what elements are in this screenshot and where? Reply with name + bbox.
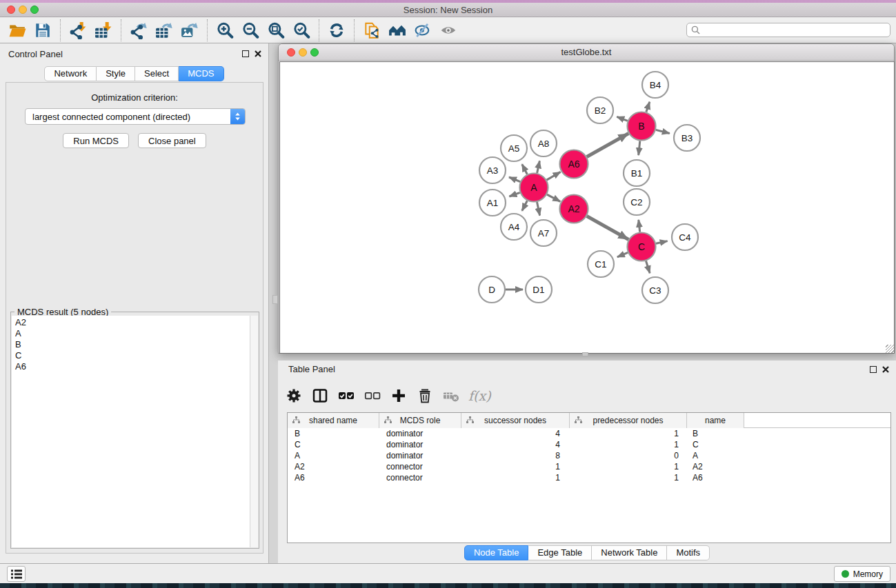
refresh-network-button[interactable] (327, 21, 346, 40)
window-resize-grip[interactable] (886, 345, 894, 353)
float-panel-icon[interactable] (242, 50, 249, 57)
table-cell[interactable]: 1 (461, 461, 570, 472)
graph-node-A4[interactable]: A4 (501, 214, 527, 240)
graph-node-A7[interactable]: A7 (530, 220, 557, 246)
export-table-button[interactable] (155, 21, 174, 40)
function-builder-icon[interactable]: f(x) (468, 388, 491, 403)
edge-C-C1[interactable] (617, 252, 628, 257)
tab-motifs[interactable]: Motifs (667, 545, 710, 560)
table-cell[interactable]: 4 (461, 439, 570, 450)
close-window-button[interactable] (7, 6, 15, 14)
table-cell[interactable]: B (687, 428, 744, 439)
table-row[interactable]: Cdominator41C (288, 439, 890, 450)
mcds-result-item[interactable]: A6 (12, 361, 250, 372)
mcds-result-item[interactable]: A (12, 328, 250, 339)
edge-B-B1[interactable] (639, 141, 640, 155)
edge-A-A5[interactable] (522, 164, 528, 174)
table-row[interactable]: A6connector11A6 (288, 472, 890, 483)
column-header-successor-nodes[interactable]: successor nodes (461, 413, 570, 428)
close-table-panel-icon[interactable] (882, 366, 889, 373)
close-panel-button[interactable]: Close panel (138, 133, 206, 148)
table-cell[interactable]: dominator (379, 450, 461, 461)
graph-node-C1[interactable]: C1 (588, 251, 614, 277)
table-cell[interactable]: 4 (461, 428, 570, 439)
graph-node-A5[interactable]: A5 (501, 135, 527, 161)
minimize-window-button[interactable] (19, 6, 27, 14)
run-mcds-button[interactable]: Run MCDS (63, 133, 129, 148)
table-cell[interactable]: A6 (687, 472, 744, 483)
table-cell[interactable]: connector (379, 472, 461, 483)
export-network-button[interactable] (129, 21, 148, 40)
graph-node-A2[interactable]: A2 (560, 195, 588, 223)
table-cell[interactable]: A2 (687, 461, 744, 472)
graph-node-A3[interactable]: A3 (479, 157, 506, 183)
task-history-button[interactable] (7, 566, 26, 582)
table-cell[interactable]: A6 (288, 472, 379, 483)
table-cell[interactable]: B (288, 428, 379, 439)
table-cell[interactable]: dominator (379, 428, 461, 439)
table-cell[interactable]: A (687, 450, 744, 461)
edge-C-C4[interactable] (656, 241, 668, 244)
table-cell[interactable]: C (288, 439, 379, 450)
edge-C-C2[interactable] (639, 220, 640, 232)
import-table-button[interactable] (94, 21, 113, 40)
show-all-button[interactable] (439, 21, 458, 40)
result-scrollbar[interactable] (250, 316, 258, 547)
network-canvas[interactable]: A A1 A3 A5 A8 A4 A7 A6 A2 B B1 B2 B3 B4 … (279, 61, 895, 354)
canvas-scrollbar-nub[interactable] (582, 352, 588, 356)
mcds-result-item[interactable]: A2 (12, 317, 250, 328)
zoom-selected-button[interactable] (292, 21, 311, 40)
column-header-predecessor-nodes[interactable]: predecessor nodes (570, 413, 687, 428)
graph-node-C[interactable]: C (628, 233, 656, 261)
edge-A-A4[interactable] (522, 201, 528, 211)
column-header-MCDS-role[interactable]: MCDS role (379, 413, 461, 428)
clone-network-button[interactable] (362, 21, 381, 40)
first-neighbors-button[interactable] (388, 21, 407, 40)
graph-node-B1[interactable]: B1 (624, 160, 650, 186)
edge-A-A2[interactable] (547, 194, 560, 201)
table-options-button[interactable] (285, 387, 303, 405)
edge-B-B4[interactable] (646, 102, 650, 112)
graph-node-B3[interactable]: B3 (674, 125, 700, 151)
tab-network-table[interactable]: Network Table (592, 545, 667, 560)
zoom-fit-button[interactable] (266, 21, 286, 40)
edge-A2-C[interactable] (587, 216, 629, 240)
zoom-in-button[interactable] (215, 21, 235, 40)
edge-A-A8[interactable] (537, 161, 540, 173)
edge-A-A6[interactable] (547, 172, 561, 180)
edge-B-B3[interactable] (656, 130, 670, 133)
select-all-rows-button[interactable] (337, 387, 355, 405)
tab-network[interactable]: Network (44, 66, 97, 81)
memory-button[interactable]: Memory (834, 566, 890, 582)
table-row[interactable]: Bdominator41B (288, 428, 890, 439)
graph-node-A[interactable]: A (520, 174, 548, 202)
table-cell[interactable]: 1 (570, 472, 687, 483)
tab-select[interactable]: Select (135, 66, 179, 81)
tab-mcds[interactable]: MCDS (179, 66, 223, 81)
network-minimize-button[interactable] (299, 48, 307, 57)
table-row[interactable]: Adominator80A (288, 450, 890, 461)
network-window-titlebar[interactable]: testGlobe.txt (279, 44, 894, 61)
delete-table-button[interactable] (442, 387, 460, 405)
edge-C-C3[interactable] (646, 261, 650, 274)
table-row[interactable]: A2connector11A2 (288, 461, 890, 472)
zoom-out-button[interactable] (241, 21, 260, 40)
panel-divider-handle[interactable] (272, 295, 278, 304)
graph-node-B[interactable]: B (628, 112, 656, 141)
graph-node-B2[interactable]: B2 (587, 97, 613, 123)
graph-node-C2[interactable]: C2 (624, 189, 650, 215)
edge-A-A1[interactable] (509, 192, 519, 196)
table-cell[interactable]: connector (379, 461, 461, 472)
close-panel-icon[interactable] (255, 50, 261, 57)
table-cell[interactable]: 1 (570, 428, 687, 439)
table-cell[interactable]: 1 (461, 472, 570, 483)
graph-node-A6[interactable]: A6 (560, 150, 588, 179)
hide-selected-button[interactable] (413, 21, 432, 40)
mcds-result-item[interactable]: C (12, 350, 250, 361)
deselect-all-rows-button[interactable] (364, 387, 381, 405)
save-session-button[interactable] (33, 21, 52, 40)
zoom-window-button[interactable] (30, 6, 39, 14)
mcds-result-item[interactable]: B (12, 339, 250, 350)
graph-node-D[interactable]: D (479, 276, 505, 303)
float-table-panel-icon[interactable] (870, 366, 877, 373)
